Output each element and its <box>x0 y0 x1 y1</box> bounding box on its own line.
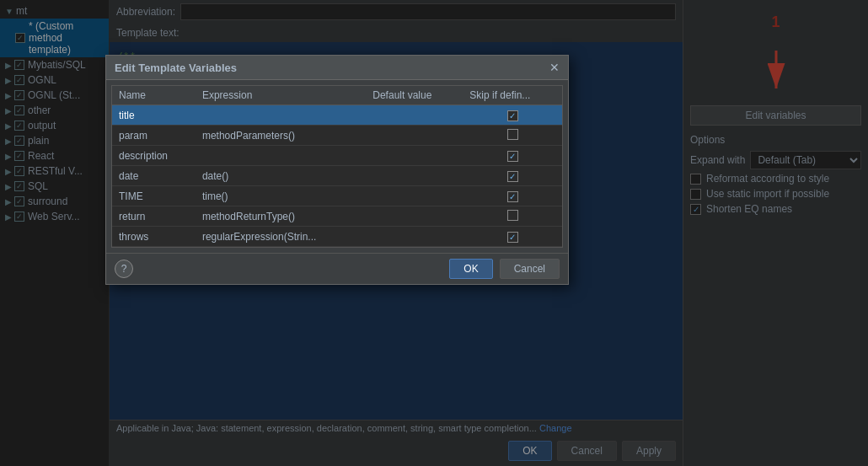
row-expression <box>196 146 366 166</box>
modal-title-bar: Edit Template Variables ✕ <box>106 56 568 80</box>
row-name: throws <box>112 227 196 247</box>
variables-table-container: Name Expression Default value Skip if de… <box>111 85 563 248</box>
row-default <box>366 206 463 227</box>
row-default <box>366 105 463 126</box>
modal-close-button[interactable]: ✕ <box>549 61 560 74</box>
modal-footer: ? OK Cancel <box>106 253 568 284</box>
row-name: title <box>112 105 196 126</box>
table-row[interactable]: title ✓ <box>112 105 562 126</box>
skip-checkbox[interactable]: ✓ <box>507 151 518 162</box>
row-default <box>366 146 463 166</box>
row-skip: ✓ <box>463 186 562 206</box>
skip-checkbox[interactable]: ✓ <box>507 232 518 243</box>
row-default <box>366 186 463 206</box>
skip-checkbox[interactable]: ✓ <box>507 110 518 121</box>
table-row[interactable]: TIME time() ✓ <box>112 186 562 206</box>
skip-checkbox[interactable]: ✓ <box>507 191 518 202</box>
row-skip <box>463 206 562 227</box>
table-row[interactable]: date date() ✓ <box>112 166 562 186</box>
modal-cancel-button[interactable]: Cancel <box>500 259 560 279</box>
row-skip <box>463 126 562 146</box>
col-skip: Skip if defin... <box>463 86 562 105</box>
row-expression: time() <box>196 186 366 206</box>
modal-footer-buttons: OK Cancel <box>449 259 560 279</box>
row-name: TIME <box>112 186 196 206</box>
col-default: Default value <box>366 86 463 105</box>
col-expression: Expression <box>196 86 366 105</box>
table-row[interactable]: description ✓ <box>112 146 562 166</box>
row-skip: ✓ <box>463 105 562 126</box>
table-scroll[interactable]: Name Expression Default value Skip if de… <box>112 86 562 247</box>
help-button[interactable]: ? <box>115 260 133 278</box>
row-default <box>366 166 463 186</box>
row-expression <box>196 105 366 126</box>
row-skip: ✓ <box>463 227 562 247</box>
row-expression: methodParameters() <box>196 126 366 146</box>
row-expression: methodReturnType() <box>196 206 366 227</box>
row-name: description <box>112 146 196 166</box>
row-skip: ✓ <box>463 146 562 166</box>
skip-checkbox[interactable] <box>507 129 518 140</box>
modal-overlay: Edit Template Variables ✕ Name Expressio… <box>0 0 868 466</box>
table-row[interactable]: return methodReturnType() <box>112 206 562 227</box>
row-expression: date() <box>196 166 366 186</box>
row-name: date <box>112 166 196 186</box>
table-row[interactable]: throws regularExpression(Strin... ✓ <box>112 227 562 247</box>
row-skip: ✓ <box>463 166 562 186</box>
row-default <box>366 227 463 247</box>
modal-ok-button[interactable]: OK <box>449 259 492 279</box>
edit-template-variables-modal: Edit Template Variables ✕ Name Expressio… <box>105 55 569 285</box>
table-header-row: Name Expression Default value Skip if de… <box>112 86 562 105</box>
col-name: Name <box>112 86 196 105</box>
skip-checkbox[interactable]: ✓ <box>507 171 518 182</box>
modal-title: Edit Template Variables <box>115 62 237 74</box>
row-expression: regularExpression(Strin... <box>196 227 366 247</box>
table-row[interactable]: param methodParameters() <box>112 126 562 146</box>
row-name: return <box>112 206 196 227</box>
skip-checkbox[interactable] <box>507 210 518 221</box>
row-default <box>366 126 463 146</box>
variables-table: Name Expression Default value Skip if de… <box>112 86 562 247</box>
row-name: param <box>112 126 196 146</box>
